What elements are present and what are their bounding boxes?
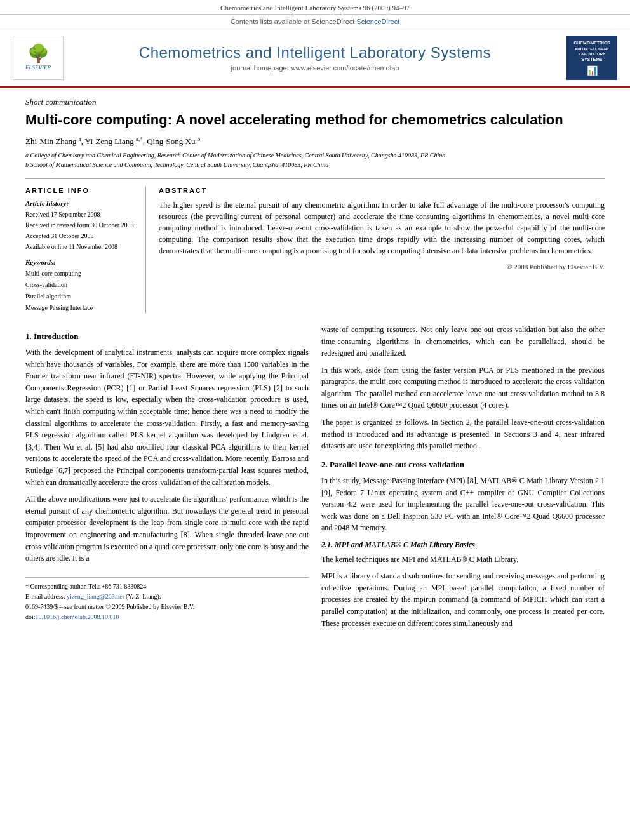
article-type: Short communication bbox=[25, 97, 605, 107]
section1-right-para2: In this work, aside from using the faste… bbox=[321, 364, 605, 411]
section2-1-para1: The kernel techniques are MPI and MATLAB… bbox=[321, 554, 605, 566]
article-info-heading: ARTICLE INFO bbox=[25, 187, 137, 194]
section1-para1: With the development of analytical instr… bbox=[25, 347, 309, 488]
keyword-2: Cross-validation bbox=[25, 279, 137, 291]
keywords-label: Keywords: bbox=[25, 258, 137, 266]
col-right: waste of computing resources. Not only l… bbox=[321, 324, 605, 634]
elsevier-brand: ELSEVIER bbox=[25, 64, 51, 70]
abstract-section: ABSTRACT The higher speed is the eternal… bbox=[159, 187, 605, 314]
authors-line: Zhi-Min Zhang a, Yi-Zeng Liang a,*, Qing… bbox=[25, 136, 605, 147]
email-label: E-mail address: bbox=[25, 593, 67, 600]
logo-line-4: SYSTEMS bbox=[581, 57, 602, 63]
doi-link[interactable]: 10.1016/j.chemolab.2008.10.010 bbox=[36, 613, 119, 620]
logo-line-3: LABORATORY bbox=[579, 51, 605, 57]
paper-content: Short communication Multi-core computing… bbox=[0, 88, 630, 647]
history-label: Article history: bbox=[25, 199, 137, 207]
copyright-line: © 2008 Published by Elsevier B.V. bbox=[159, 263, 605, 270]
elsevier-logo: 🌳 ELSEVIER bbox=[13, 36, 64, 80]
section2-heading: 2. Parallel leave-one-out cross-validati… bbox=[321, 458, 605, 471]
received-date: Received 17 September 2008 Received in r… bbox=[25, 209, 137, 252]
main-body: 1. Introduction With the development of … bbox=[25, 324, 605, 634]
logo-line-2: AND INTELLIGENT bbox=[575, 46, 609, 51]
journal-citation: Chemometrics and Intelligent Laboratory … bbox=[220, 4, 410, 11]
journal-logo-image: CHEMOMETRICS AND INTELLIGENT LABORATORY … bbox=[566, 36, 617, 80]
section2-para1: In this study, Message Passing Interface… bbox=[321, 475, 605, 534]
abstract-heading: ABSTRACT bbox=[159, 187, 605, 194]
journal-main-title: Chemometrics and Intelligent Laboratory … bbox=[64, 44, 566, 72]
keyword-1: Multi-core computing bbox=[25, 268, 137, 279]
article-history: Article history: Received 17 September 2… bbox=[25, 199, 137, 252]
affiliation-a: a College of Chemistry and Chemical Engi… bbox=[25, 150, 605, 160]
section1-right-para1: waste of computing resources. Not only l… bbox=[321, 324, 605, 359]
affiliations: a College of Chemistry and Chemical Engi… bbox=[25, 150, 605, 170]
journal-homepage: journal homepage: www.elsevier.com/locat… bbox=[64, 64, 566, 72]
logo-line-1: CHEMOMETRICS bbox=[573, 40, 610, 46]
contents-bar: Contents lists available at ScienceDirec… bbox=[0, 15, 630, 29]
section1-para2: All the above modifications were just to… bbox=[25, 493, 309, 564]
journal-name: Chemometrics and Intelligent Laboratory … bbox=[64, 44, 566, 62]
journal-top-bar: Chemometrics and Intelligent Laboratory … bbox=[0, 0, 630, 15]
article-body: ARTICLE INFO Article history: Received 1… bbox=[25, 178, 605, 314]
footnote-doi: doi:10.1016/j.chemolab.2008.10.010 bbox=[25, 612, 309, 622]
paper-title: Multi-core computing: A novel accelerati… bbox=[25, 111, 605, 130]
contents-label: Contents lists available at ScienceDirec… bbox=[231, 18, 355, 25]
section2-1-para2: MPI is a library of standard subroutines… bbox=[321, 570, 605, 629]
affiliation-b: b School of Mathematical Science and Com… bbox=[25, 160, 605, 170]
footnote-star: * Corresponding author. Tel.: +86 731 88… bbox=[25, 582, 309, 592]
footnote-issn: 0169-7439/$ – see front matter © 2009 Pu… bbox=[25, 602, 309, 612]
keyword-4: Message Passing Interface bbox=[25, 302, 137, 314]
elsevier-tree-icon: 🌳 bbox=[27, 45, 50, 63]
section1-right-para3: The paper is organized as follows. In Se… bbox=[321, 417, 605, 452]
journal-title-bar: 🌳 ELSEVIER Chemometrics and Intelligent … bbox=[0, 29, 630, 88]
keyword-3: Parallel algorithm bbox=[25, 291, 137, 302]
keywords-list: Multi-core computing Cross-validation Pa… bbox=[25, 268, 137, 314]
article-info: ARTICLE INFO Article history: Received 1… bbox=[25, 187, 146, 314]
keywords-section: Keywords: Multi-core computing Cross-val… bbox=[25, 258, 137, 314]
section1-heading: 1. Introduction bbox=[25, 330, 309, 343]
section2-1-heading: 2.1. MPI and MATLAB® C Math Library Basi… bbox=[321, 539, 605, 551]
footnote-section: * Corresponding author. Tel.: +86 731 88… bbox=[25, 577, 309, 622]
abstract-text: The higher speed is the eternal pursuit … bbox=[159, 199, 605, 257]
col-left: 1. Introduction With the development of … bbox=[25, 324, 309, 634]
logo-decoration: 📊 bbox=[587, 65, 598, 76]
sciencedirect-link[interactable]: ScienceDirect bbox=[356, 18, 399, 25]
footnote-email: E-mail address: yizeng_liang@263.net (Y.… bbox=[25, 592, 309, 602]
email-link[interactable]: yizeng_liang@263.net bbox=[67, 593, 124, 600]
